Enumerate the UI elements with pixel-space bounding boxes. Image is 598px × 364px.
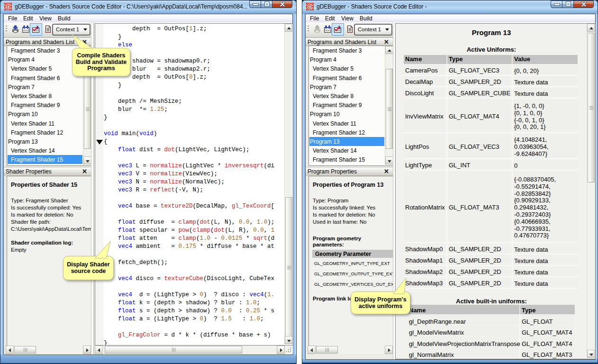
svg-text:D: D — [308, 4, 312, 9]
svg-text:D: D — [6, 4, 10, 9]
